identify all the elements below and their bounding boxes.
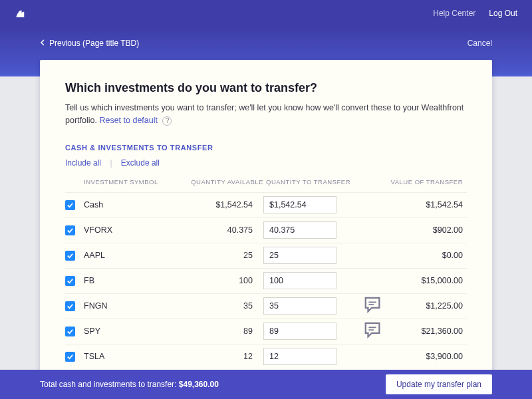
row-value: $15,000.00 xyxy=(383,276,463,285)
table-row: SPY89$21,360.00 xyxy=(65,319,467,344)
row-value: $1,225.00 xyxy=(383,301,463,311)
include-all-link[interactable]: Include all xyxy=(65,158,101,168)
row-value: $3,900.00 xyxy=(383,352,463,361)
row-value: $21,360.00 xyxy=(383,327,463,336)
comment-icon[interactable] xyxy=(363,333,383,342)
row-checkbox[interactable] xyxy=(65,200,75,210)
col-qty-transfer: QUANTITY TO TRANSFER xyxy=(263,178,363,186)
logo-icon xyxy=(15,7,27,19)
row-value: $902.00 xyxy=(383,225,463,235)
row-checkbox[interactable] xyxy=(65,327,75,336)
chevron-left-icon xyxy=(40,39,45,48)
reset-default-link[interactable]: Reset to default xyxy=(99,116,158,125)
col-symbol: INVESTMENT SYMBOL xyxy=(84,178,184,186)
row-qty-available: $1,542.54 xyxy=(184,200,263,209)
table-row: TSLA12$3,900.00 xyxy=(65,344,467,369)
help-icon[interactable]: ? xyxy=(162,116,172,126)
row-qty-available: 89 xyxy=(184,327,263,336)
row-qty-available: 35 xyxy=(184,301,263,311)
row-qty-input[interactable] xyxy=(263,196,336,213)
row-qty-input[interactable] xyxy=(263,323,336,340)
table-row: FB100$15,000.00 xyxy=(65,268,467,293)
footer-bar: Total cash and investments to transfer: … xyxy=(0,370,532,399)
row-qty-input[interactable] xyxy=(263,272,336,289)
section-label: CASH & INVESTMENTS TO TRANSFER xyxy=(65,144,467,152)
row-symbol: SPY xyxy=(84,327,184,336)
row-qty-available: 100 xyxy=(184,276,263,285)
comment-icon[interactable] xyxy=(363,308,383,317)
footer-total: Total cash and investments to transfer: … xyxy=(40,380,386,389)
table-row: Cash$1,542.54$1,542.54 xyxy=(65,192,467,217)
row-value: $1,542.54 xyxy=(383,200,463,209)
row-symbol: Cash xyxy=(84,200,184,209)
cancel-link[interactable]: Cancel xyxy=(467,39,492,48)
row-qty-input[interactable] xyxy=(263,221,336,239)
update-plan-button[interactable]: Update my transfer plan xyxy=(386,374,492,394)
previous-link[interactable]: Previous (Page title TBD) xyxy=(49,39,139,48)
investments-table: INVESTMENT SYMBOL QUANTITY AVAILABLE QUA… xyxy=(65,176,467,369)
row-checkbox[interactable] xyxy=(65,276,75,286)
page-title: Which investments do you want to transfe… xyxy=(65,81,467,95)
row-symbol: FB xyxy=(84,276,184,285)
row-qty-input[interactable] xyxy=(263,247,336,264)
col-qty-available: QUANTITY AVAILABLE xyxy=(184,178,263,186)
row-checkbox[interactable] xyxy=(65,225,75,235)
logout-link[interactable]: Log Out xyxy=(489,9,517,18)
row-qty-available: 25 xyxy=(184,251,263,260)
row-qty-available: 40.375 xyxy=(184,225,263,235)
table-row: VFORX40.375$902.00 xyxy=(65,217,467,243)
row-symbol: TSLA xyxy=(84,352,184,361)
row-qty-input[interactable] xyxy=(263,348,336,365)
exclude-all-link[interactable]: Exclude all xyxy=(121,158,160,168)
row-qty-available: 12 xyxy=(184,352,263,361)
row-checkbox[interactable] xyxy=(65,251,75,261)
top-bar: Help Center Log Out xyxy=(0,0,532,27)
row-checkbox[interactable] xyxy=(65,301,75,311)
table-row: AAPL25$0.00 xyxy=(65,243,467,268)
row-symbol: FNGN xyxy=(84,301,184,311)
table-row: FNGN35$1,225.00 xyxy=(65,293,467,319)
help-center-link[interactable]: Help Center xyxy=(433,9,475,18)
main-panel: Which investments do you want to transfe… xyxy=(40,60,492,372)
page-description: Tell us which investments you want to tr… xyxy=(65,102,467,128)
row-symbol: AAPL xyxy=(84,251,184,260)
row-checkbox[interactable] xyxy=(65,352,75,362)
row-symbol: VFORX xyxy=(84,225,184,235)
row-value: $0.00 xyxy=(383,251,463,260)
col-value: VALUE OF TRANSFER xyxy=(383,178,463,186)
row-qty-input[interactable] xyxy=(263,297,336,315)
